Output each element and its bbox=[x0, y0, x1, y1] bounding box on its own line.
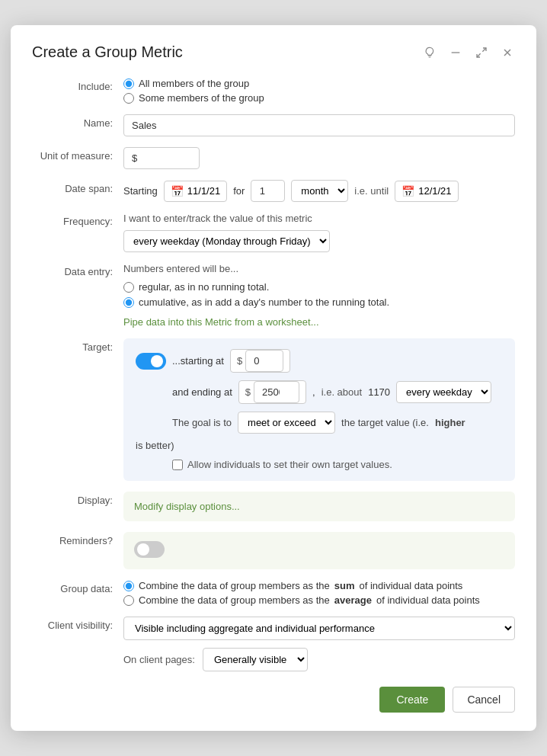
goal-suffix-1: the target value (i.e. bbox=[341, 417, 429, 428]
reminders-section bbox=[123, 532, 515, 569]
minimize-icon[interactable] bbox=[448, 45, 463, 60]
goal-bold-text: higher bbox=[435, 417, 465, 428]
frequency-select[interactable]: every weekday (Monday through Friday) ev… bbox=[123, 230, 330, 252]
month-select[interactable]: month day week year bbox=[291, 180, 348, 202]
bulb-icon[interactable] bbox=[422, 45, 437, 60]
groupdata-avg-label-pre: Combine the data of group members as the bbox=[139, 594, 330, 606]
dataentry-content: Numbers entered will be... regular, as i… bbox=[123, 263, 515, 328]
frequency-inner-row: I want to enter/track the value of this … bbox=[123, 213, 515, 252]
on-client-pages-row: On client pages: Generally visible Hidde… bbox=[123, 648, 515, 671]
approx-value: 1170 bbox=[368, 386, 390, 398]
comma-sep: , bbox=[312, 386, 315, 398]
datespan-content: Starting 📅 11/1/21 for month day week ye… bbox=[123, 180, 515, 202]
ending-value-wrap: $ bbox=[238, 380, 306, 404]
groupdata-sum-radio[interactable] bbox=[123, 581, 134, 591]
for-number-input[interactable] bbox=[251, 180, 285, 202]
name-row: Name: bbox=[32, 114, 515, 136]
name-input[interactable] bbox=[123, 114, 515, 136]
groupdata-row: Group data: Combine the data of group me… bbox=[32, 580, 515, 606]
target-toggle-slider bbox=[136, 353, 166, 370]
ending-value-input[interactable] bbox=[254, 381, 299, 403]
svg-line-2 bbox=[477, 53, 481, 57]
until-label: i.e. until bbox=[354, 185, 389, 197]
reminders-toggle[interactable] bbox=[134, 541, 165, 558]
close-icon[interactable] bbox=[500, 45, 515, 60]
for-label: for bbox=[233, 185, 245, 197]
dataentry-regular-option[interactable]: regular, as in no running total. bbox=[123, 281, 515, 293]
header-icons bbox=[422, 45, 515, 60]
groupdata-avg-label-post: of individual data points bbox=[376, 594, 480, 606]
include-row: Include: All members of the group Some m… bbox=[32, 78, 515, 104]
groupdata-avg-option[interactable]: Combine the data of group members as the… bbox=[123, 594, 515, 606]
include-some-radio[interactable] bbox=[123, 93, 134, 104]
include-all-radio[interactable] bbox=[123, 78, 134, 89]
reminders-toggle-slider bbox=[134, 541, 165, 558]
include-some-label: Some members of the group bbox=[139, 92, 264, 104]
dataentry-row: Data entry: Numbers entered will be... r… bbox=[32, 263, 515, 328]
footer-buttons: Create Cancel bbox=[32, 687, 515, 713]
client-visibility-row: Client visibility: Visible including agg… bbox=[32, 617, 515, 671]
include-some-option[interactable]: Some members of the group bbox=[123, 92, 515, 104]
display-row: Display: Modify display options... bbox=[32, 492, 515, 521]
ie-about-label: i.e. about bbox=[321, 386, 363, 398]
include-all-label: All members of the group bbox=[139, 78, 249, 89]
name-label: Name: bbox=[32, 114, 123, 129]
modal-create-group-metric: Create a Group Metric Include: All membe… bbox=[11, 25, 536, 731]
client-visibility-select[interactable]: Visible including aggregate and individu… bbox=[123, 617, 515, 640]
display-content: Modify display options... bbox=[123, 492, 515, 521]
end-date-button[interactable]: 📅 12/1/21 bbox=[395, 181, 458, 202]
starting-at-label: ...starting at bbox=[172, 355, 224, 367]
date-span-row: Starting 📅 11/1/21 for month day week ye… bbox=[123, 180, 515, 202]
goal-suffix-2: is better) bbox=[136, 440, 174, 451]
expand-icon[interactable] bbox=[474, 45, 489, 60]
include-label: Include: bbox=[32, 78, 123, 92]
frequency-label: Frequency: bbox=[32, 213, 123, 227]
display-section: Modify display options... bbox=[123, 492, 515, 521]
groupdata-avg-radio[interactable] bbox=[123, 595, 134, 606]
svg-line-1 bbox=[482, 48, 486, 52]
modal-header: Create a Group Metric bbox=[32, 43, 515, 61]
include-options: All members of the group Some members of… bbox=[123, 78, 515, 104]
name-content bbox=[123, 114, 515, 136]
target-ending-row: and ending at $ , i.e. about 1170 every … bbox=[136, 380, 503, 404]
unit-label: Unit of measure: bbox=[32, 147, 123, 162]
target-label: Target: bbox=[32, 338, 123, 353]
modal-title: Create a Group Metric bbox=[32, 43, 183, 61]
target-row: Target: ...starting at $ and bbox=[32, 338, 515, 481]
frequency-description: I want to enter/track the value of this … bbox=[123, 213, 312, 224]
on-client-pages-label: On client pages: bbox=[123, 654, 195, 665]
allow-individuals-row: Allow individuals to set their own targe… bbox=[172, 459, 503, 470]
include-all-option[interactable]: All members of the group bbox=[123, 78, 515, 89]
allow-individuals-checkbox[interactable] bbox=[172, 460, 183, 470]
cancel-button[interactable]: Cancel bbox=[453, 687, 515, 713]
calendar-icon-start: 📅 bbox=[171, 185, 184, 197]
groupdata-sum-bold: sum bbox=[334, 580, 355, 591]
on-client-pages-select[interactable]: Generally visible Hidden Always visible bbox=[203, 648, 308, 671]
groupdata-sum-option[interactable]: Combine the data of group members as the… bbox=[123, 580, 515, 591]
goal-row: The goal is to meet or exceed stay below… bbox=[136, 412, 503, 451]
calendar-icon-end: 📅 bbox=[401, 185, 414, 197]
unit-input[interactable] bbox=[123, 147, 200, 169]
target-frequency-select[interactable]: every weekday every day every week every… bbox=[396, 381, 491, 403]
starting-value-wrap: $ bbox=[230, 349, 290, 373]
create-button[interactable]: Create bbox=[379, 687, 445, 713]
start-date-button[interactable]: 📅 11/1/21 bbox=[164, 181, 227, 202]
target-toggle[interactable] bbox=[136, 353, 166, 370]
dataentry-regular-label: regular, as in no running total. bbox=[139, 281, 269, 293]
dataentry-cumulative-option[interactable]: cumulative, as in add a day's number to … bbox=[123, 296, 515, 308]
groupdata-content: Combine the data of group members as the… bbox=[123, 580, 515, 606]
dataentry-cumulative-radio[interactable] bbox=[123, 297, 134, 308]
starting-value-input[interactable] bbox=[245, 350, 283, 372]
dataentry-cumulative-label: cumulative, as in add a day's number to … bbox=[139, 296, 389, 308]
dataentry-regular-radio[interactable] bbox=[123, 282, 134, 293]
reminders-content bbox=[123, 532, 515, 569]
display-label: Display: bbox=[32, 492, 123, 506]
pipe-data-link[interactable]: Pipe data into this Metric from a worksh… bbox=[123, 316, 515, 328]
groupdata-avg-bold: average bbox=[334, 594, 372, 606]
client-visibility-label: Client visibility: bbox=[32, 617, 123, 631]
modify-display-link[interactable]: Modify display options... bbox=[134, 501, 240, 512]
datespan-row: Date span: Starting 📅 11/1/21 for month … bbox=[32, 180, 515, 202]
datespan-label: Date span: bbox=[32, 180, 123, 194]
goal-select[interactable]: meet or exceed stay below bbox=[238, 412, 335, 434]
frequency-row: Frequency: I want to enter/track the val… bbox=[32, 213, 515, 252]
